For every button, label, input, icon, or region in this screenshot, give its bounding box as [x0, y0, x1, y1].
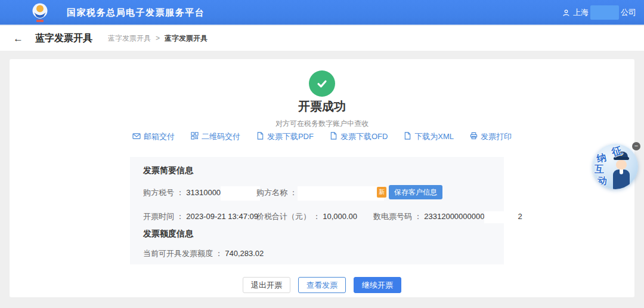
invoice-info-panel: 发票简要信息 购方税号 ： 31310000 购方名称 ： 新 保存客户信息 开…: [130, 157, 504, 264]
breadcrumb-item-parent[interactable]: 蓝字发票开具: [108, 33, 151, 44]
exit-invoicing-button[interactable]: 退出开票: [243, 277, 290, 293]
user-name-prefix: 上海: [573, 7, 589, 18]
file-icon: [330, 132, 338, 141]
email-delivery-link[interactable]: 邮箱交付: [132, 131, 175, 142]
redacted-invoice-number: [484, 211, 518, 223]
result-card: 开票成功 对方可在税务数字账户中查收 邮箱交付: [10, 59, 634, 297]
user-icon: [562, 9, 570, 17]
officer-collar: [620, 170, 623, 174]
footer-buttons: 退出开票 查看发票 继续开票: [243, 277, 401, 293]
page: 国家税务总局电子发票服务平台 上海 公司 ← 蓝字发票开具 蓝字发票开具 > 蓝…: [0, 0, 644, 308]
minimize-widget-button[interactable]: −: [632, 142, 640, 150]
user-account[interactable]: 上海 公司: [562, 0, 636, 25]
app-title: 国家税务总局电子发票服务平台: [67, 7, 205, 19]
buyer-name-field: 购方名称 ：: [256, 186, 384, 201]
invoice-number-value-left: 23312000000000: [424, 212, 484, 221]
quota-section-title: 发票额度信息: [143, 229, 193, 239]
invoice-time-field: 开票时间 ： 2023-09-21 13:47:09: [143, 210, 258, 224]
user-name-suffix: 公司: [621, 7, 636, 18]
action-label: 二维码交付: [202, 131, 240, 142]
total-amount-label: 价税合计（元） ：: [256, 212, 321, 221]
buyer-name-input[interactable]: [298, 186, 384, 201]
breadcrumb-item-current: 蓝字发票开具: [165, 33, 208, 44]
tax-interaction-button[interactable]: 征 纳 互 动: [593, 144, 638, 189]
new-customer-badge[interactable]: 新: [377, 187, 386, 198]
tax-interaction-widget: 征 纳 互 动 −: [593, 142, 644, 192]
download-pdf-link[interactable]: 发票下载PDF: [256, 131, 314, 142]
action-label: 发票下载OFD: [340, 131, 388, 142]
download-ofd-link[interactable]: 发票下载OFD: [330, 131, 388, 142]
file-icon: [256, 132, 264, 141]
quota-value: 740,283.02: [225, 249, 264, 258]
action-label: 下载为XML: [414, 131, 454, 142]
breadcrumb: ← 蓝字发票开具 蓝字发票开具 > 蓝字发票开具: [0, 26, 644, 51]
file-icon: [404, 132, 411, 141]
download-xml-link[interactable]: 下载为XML: [404, 131, 454, 142]
invoice-number-field: 数电票号码 ： 233120000000002: [373, 210, 522, 224]
continue-invoicing-button[interactable]: 继续开票: [354, 277, 401, 293]
buyer-tax-no-field: 购方税号 ： 31310000: [143, 186, 260, 201]
quota-field: 当前可开具发票额度 ： 740,283.02: [143, 247, 264, 261]
tax-bureau-logo: [30, 2, 50, 24]
page-title: 蓝字发票开具: [35, 32, 92, 45]
quota-label: 当前可开具发票额度 ：: [143, 249, 223, 258]
buyer-name-label: 购方名称 ：: [256, 188, 298, 197]
result-title: 开票成功: [10, 98, 634, 115]
buyer-tax-no-value: 31310000: [186, 188, 221, 197]
printer-icon: [470, 132, 478, 141]
total-amount-field: 价税合计（元） ： 10,000.00: [256, 210, 357, 224]
success-check-icon: [309, 70, 335, 97]
breadcrumb-separator: >: [156, 34, 160, 42]
officer-face: [616, 160, 627, 170]
back-button[interactable]: ←: [13, 33, 23, 44]
buyer-tax-no-label: 购方税号 ：: [143, 188, 184, 197]
buyer-tax-no-input[interactable]: [221, 186, 260, 201]
envelope-icon: [132, 132, 141, 142]
invoice-time-label: 开票时间 ：: [143, 212, 184, 221]
invoice-number-label: 数电票号码 ：: [373, 212, 422, 221]
invoice-number-value-right: 2: [518, 212, 522, 221]
invoice-actions: 邮箱交付 二维码交付: [10, 131, 634, 142]
print-invoice-link[interactable]: 发票打印: [470, 131, 512, 142]
redacted-company-name: [590, 5, 619, 20]
total-amount-value: 10,000.00: [323, 212, 357, 221]
invoice-time-value: 2023-09-21 13:47:09: [186, 212, 258, 221]
qrcode-icon: [191, 132, 199, 141]
view-invoice-button[interactable]: 查看发票: [298, 277, 346, 293]
action-label: 邮箱交付: [144, 131, 175, 142]
save-customer-info-button[interactable]: 保存客户信息: [389, 185, 442, 199]
summary-section-title: 发票简要信息: [143, 165, 193, 176]
action-label: 发票下载PDF: [267, 131, 314, 142]
widget-char: 动: [597, 174, 608, 188]
result-subtitle: 对方可在税务数字账户中查收: [10, 119, 634, 129]
qrcode-delivery-link[interactable]: 二维码交付: [191, 131, 240, 142]
app-header: 国家税务总局电子发票服务平台 上海 公司: [0, 0, 644, 25]
action-label: 发票打印: [481, 131, 512, 142]
